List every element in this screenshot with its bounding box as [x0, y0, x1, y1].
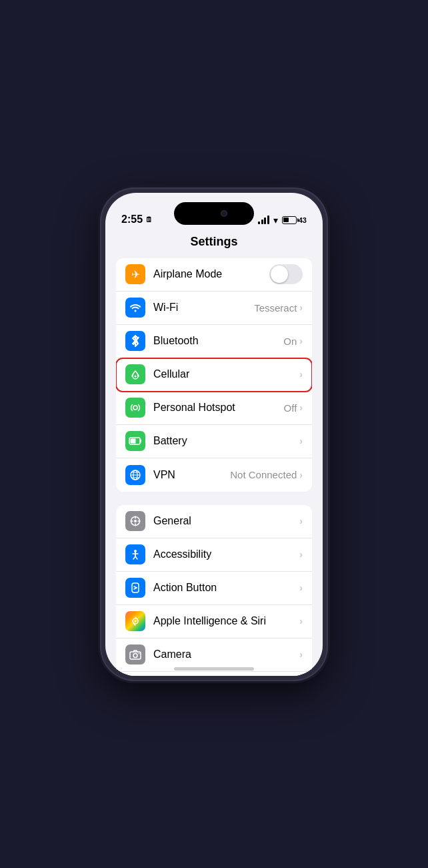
svg-point-0: [135, 376, 137, 378]
camera-chevron: ›: [299, 649, 303, 660]
bluetooth-value: On: [283, 336, 297, 347]
accessibility-chevron: ›: [299, 549, 303, 560]
settings-row-battery[interactable]: Battery ›: [116, 425, 312, 458]
airplane-mode-label: Airplane Mode: [153, 268, 264, 280]
battery-label: Battery: [153, 435, 299, 447]
hotspot-icon: [125, 398, 145, 418]
sim-icon: 🗓: [145, 215, 153, 224]
screen: 2:55 🗓 ▾ 43 Se: [105, 193, 323, 676]
page-title: Settings: [105, 230, 323, 258]
bluetooth-chevron: ›: [299, 336, 303, 346]
bluetooth-label: Bluetooth: [153, 335, 283, 347]
siri-chevron: ›: [299, 616, 303, 626]
svg-rect-3: [140, 440, 141, 443]
action-button-label: Action Button: [153, 582, 299, 594]
settings-row-hotspot[interactable]: Personal Hotspot Off ›: [116, 392, 312, 425]
battery-icon: [125, 431, 145, 451]
phone-shell: 2:55 🗓 ▾ 43 Se: [100, 187, 328, 681]
hotspot-label: Personal Hotspot: [153, 402, 284, 414]
svg-point-27: [133, 654, 137, 658]
siri-icon: [125, 611, 145, 631]
wifi-icon: [125, 298, 145, 318]
hotspot-value: Off: [284, 402, 297, 414]
settings-group-1: ✈ Airplane Mode Wi-Fi: [116, 258, 312, 492]
camera-icon: [125, 644, 145, 665]
svg-line-23: [134, 588, 137, 589]
vpn-icon: [125, 465, 145, 485]
home-indicator: [174, 667, 254, 671]
settings-row-vpn[interactable]: VPN Not Connected ›: [116, 458, 312, 492]
general-label: General: [153, 515, 299, 527]
vpn-value: Not Connected: [230, 469, 297, 480]
general-chevron: ›: [299, 516, 303, 526]
settings-content[interactable]: Settings ✈ Airplane Mode: [105, 230, 323, 676]
cellular-icon: [125, 364, 145, 384]
svg-point-11: [134, 520, 137, 522]
settings-group-2: General › Accessibility: [116, 505, 312, 676]
wifi-status-icon: ▾: [273, 215, 278, 226]
wifi-label: Wi-Fi: [153, 302, 254, 314]
signal-bars: [258, 215, 269, 224]
settings-row-bluetooth[interactable]: ✗ Bluetooth On ›: [116, 325, 312, 358]
wifi-chevron: ›: [299, 302, 303, 313]
action-button-icon: [125, 578, 145, 598]
settings-row-siri[interactable]: Apple Intelligence & Siri ›: [116, 605, 312, 638]
settings-row-accessibility[interactable]: Accessibility ›: [116, 538, 312, 572]
camera-dot: [221, 211, 227, 216]
settings-row-general[interactable]: General ›: [116, 505, 312, 538]
cellular-label: Cellular: [153, 368, 299, 380]
settings-row-action-button[interactable]: Action Button ›: [116, 572, 312, 605]
cellular-chevron: ›: [299, 369, 303, 380]
bluetooth-icon: ✗: [125, 331, 145, 351]
accessibility-label: Accessibility: [153, 548, 299, 560]
status-icons: ▾ 43: [258, 215, 307, 226]
svg-point-25: [135, 620, 137, 622]
general-icon: [125, 511, 145, 531]
status-time: 2:55 🗓: [121, 213, 153, 226]
svg-rect-4: [131, 439, 136, 444]
hotspot-chevron: ›: [299, 402, 303, 413]
siri-label: Apple Intelligence & Siri: [153, 615, 299, 627]
svg-rect-21: [132, 583, 139, 592]
battery-chevron: ›: [299, 436, 303, 446]
wifi-value: Tesseract: [254, 302, 297, 314]
svg-point-1: [133, 406, 137, 410]
accessibility-icon: [125, 544, 145, 564]
airplane-mode-toggle[interactable]: [269, 264, 303, 284]
battery-status: 43: [282, 216, 307, 224]
settings-row-airplane-mode[interactable]: ✈ Airplane Mode: [116, 258, 312, 292]
settings-row-wifi[interactable]: Wi-Fi Tesseract ›: [116, 292, 312, 325]
svg-point-28: [139, 653, 140, 655]
vpn-chevron: ›: [299, 470, 303, 480]
action-button-chevron: ›: [299, 582, 303, 593]
camera-label: Camera: [153, 648, 299, 661]
settings-row-control-center[interactable]: Control Center ›: [116, 672, 312, 676]
dynamic-island: [174, 202, 254, 225]
airplane-mode-icon: ✈: [125, 264, 145, 284]
svg-line-20: [135, 556, 137, 559]
vpn-label: VPN: [153, 469, 230, 481]
settings-row-cellular[interactable]: Cellular ›: [116, 358, 312, 392]
